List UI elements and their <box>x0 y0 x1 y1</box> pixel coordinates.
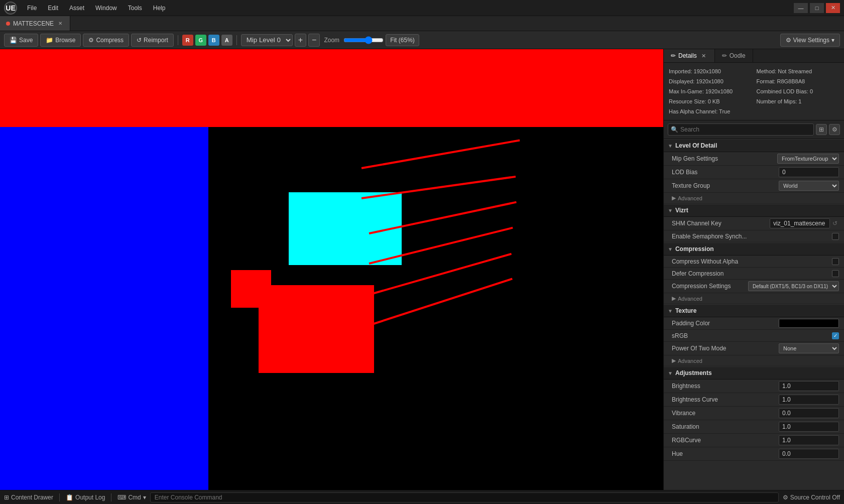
section-level-of-detail[interactable]: ▼ Level Of Detail <box>664 139 844 152</box>
channel-g-button[interactable]: G <box>195 35 206 46</box>
section-vizrt[interactable]: ▼ Vizrt <box>664 204 844 217</box>
compress-without-alpha-checkbox[interactable] <box>832 258 839 265</box>
tab-mattescene[interactable]: MATTESCENE ✕ <box>0 16 70 31</box>
tab-oodle[interactable]: ✏ Oodle <box>715 49 753 62</box>
status-sep-2 <box>111 493 111 501</box>
lod-section-label: Level Of Detail <box>675 142 717 149</box>
chevron-down-icon: ▾ <box>831 37 834 44</box>
content-drawer-item[interactable]: ⊞ Content Drawer <box>4 494 53 501</box>
zoom-out-button[interactable]: − <box>308 34 320 47</box>
save-icon: 💾 <box>10 37 17 44</box>
reimport-button[interactable]: ↺ Reimport <box>131 34 174 47</box>
power-of-two-dropdown[interactable]: None <box>779 343 839 353</box>
padding-color-swatch[interactable] <box>779 319 839 328</box>
srgb-label: sRGB <box>672 332 832 339</box>
maximize-button[interactable]: □ <box>810 3 824 13</box>
content-drawer-label: Content Drawer <box>11 494 53 501</box>
lod-advanced-row[interactable]: ▶ Advanced <box>664 193 844 204</box>
info-max-ingame: Max In-Game: 1920x1080 <box>669 87 752 96</box>
cmd-item[interactable]: ⌨ Cmd ▾ <box>117 494 146 501</box>
srgb-checkbox[interactable] <box>832 332 839 339</box>
settings-button[interactable]: ⚙ <box>829 124 840 135</box>
channel-a-button[interactable]: A <box>221 35 232 46</box>
menu-window[interactable]: Window <box>90 3 122 14</box>
info-num-mips: Number of Mips: 1 <box>757 97 839 106</box>
compression-advanced-label: Advanced <box>678 296 702 302</box>
compress-button[interactable]: ⚙ Compress <box>83 34 129 47</box>
channel-r-button[interactable]: R <box>182 35 193 46</box>
blue-area <box>0 127 208 490</box>
output-log-icon: 📋 <box>66 494 73 501</box>
menu-edit[interactable]: Edit <box>43 3 63 14</box>
console-input[interactable] <box>150 492 779 502</box>
search-bar: 🔍 ⊞ ⚙ <box>664 120 844 139</box>
menu-file[interactable]: File <box>22 3 42 14</box>
prop-hue: Hue <box>664 447 844 461</box>
source-control[interactable]: ⚙ Source Control Off <box>783 494 840 501</box>
info-has-alpha: Has Alpha Channel: True <box>669 107 752 116</box>
chevron-compression-adv-icon: ▶ <box>672 295 676 302</box>
hue-input[interactable] <box>779 449 839 459</box>
tab-modified-dot <box>6 22 10 26</box>
saturation-label: Saturation <box>672 423 779 430</box>
semaphore-checkbox[interactable] <box>832 233 839 240</box>
compression-advanced-row[interactable]: ▶ Advanced <box>664 293 844 304</box>
main-content: ✏ Details ✕ ✏ Oodle Imported: 1920x1080 … <box>0 49 844 490</box>
mip-gen-dropdown[interactable]: FromTextureGroup <box>777 154 839 164</box>
zoom-slider[interactable] <box>343 36 384 44</box>
output-log-item[interactable]: 📋 Output Log <box>66 494 105 501</box>
prop-brightness: Brightness <box>664 380 844 393</box>
menu-tools[interactable]: Tools <box>123 3 147 14</box>
rgb-curve-input[interactable] <box>779 435 839 445</box>
chevron-texture-adv-icon: ▶ <box>672 357 676 364</box>
grid-view-button[interactable]: ⊞ <box>816 124 827 135</box>
tab-label: MATTESCENE <box>13 20 54 27</box>
texture-group-dropdown[interactable]: World <box>779 181 839 191</box>
details-tab-close[interactable]: ✕ <box>700 52 707 59</box>
prop-brightness-curve: Brightness Curve <box>664 393 844 407</box>
prop-compress-without-alpha: Compress Without Alpha <box>664 256 844 268</box>
defer-compression-checkbox[interactable] <box>832 270 839 277</box>
minimize-button[interactable]: — <box>794 3 808 13</box>
brightness-input[interactable] <box>779 381 839 391</box>
view-settings-icon: ⚙ <box>786 37 791 44</box>
save-button[interactable]: 💾 Save <box>4 34 38 47</box>
prop-mip-gen-settings: Mip Gen Settings FromTextureGroup <box>664 152 844 166</box>
close-button[interactable]: ✕ <box>826 3 840 13</box>
texture-advanced-row[interactable]: ▶ Advanced <box>664 355 844 366</box>
info-resource-size: Resource Size: 0 KB <box>669 97 752 106</box>
shm-channel-input[interactable] <box>770 218 830 228</box>
saturation-input[interactable] <box>779 422 839 432</box>
texture-advanced-label: Advanced <box>678 358 702 364</box>
menu-help[interactable]: Help <box>148 3 171 14</box>
menu-asset[interactable]: Asset <box>64 3 89 14</box>
zoom-in-button[interactable]: + <box>295 34 306 47</box>
tab-close-button[interactable]: ✕ <box>57 20 64 27</box>
vibrance-input[interactable] <box>779 408 839 418</box>
section-texture[interactable]: ▼ Texture <box>664 304 844 317</box>
section-adjustments[interactable]: ▼ Adjustments <box>664 366 844 380</box>
view-settings-label: View Settings <box>793 37 830 44</box>
shm-reset-button[interactable]: ↺ <box>831 219 839 227</box>
browse-button[interactable]: 📁 Browse <box>40 34 81 47</box>
cmd-chevron-icon: ▾ <box>143 494 146 501</box>
channel-b-button[interactable]: B <box>208 35 219 46</box>
panel-tabs: ✏ Details ✕ ✏ Oodle <box>664 49 844 63</box>
mip-level-select[interactable]: Mip Level 0 <box>241 34 293 46</box>
section-compression[interactable]: ▼ Compression <box>664 242 844 256</box>
tab-details[interactable]: ✏ Details ✕ <box>664 49 715 62</box>
adjustments-section-label: Adjustments <box>675 369 712 376</box>
search-input[interactable] <box>668 123 814 136</box>
brightness-curve-input[interactable] <box>779 395 839 405</box>
prop-texture-group: Texture Group World <box>664 179 844 193</box>
lod-bias-input[interactable] <box>779 167 839 177</box>
zoom-fit-button[interactable]: Fit (65%) <box>386 34 419 46</box>
window-controls: — □ ✕ <box>794 3 840 13</box>
view-settings-button[interactable]: ⚙ View Settings ▾ <box>780 34 840 47</box>
rgb-curve-label: RGBCurve <box>672 437 779 444</box>
zoom-label: Zoom <box>324 37 339 44</box>
content-drawer-icon: ⊞ <box>4 494 9 501</box>
prop-enable-semaphore: Enable Semaphore Synch... <box>664 230 844 242</box>
compression-settings-dropdown[interactable]: Default (DXT1/5, BC1/3 on DX11) <box>748 281 839 291</box>
canvas-area[interactable] <box>0 49 663 490</box>
